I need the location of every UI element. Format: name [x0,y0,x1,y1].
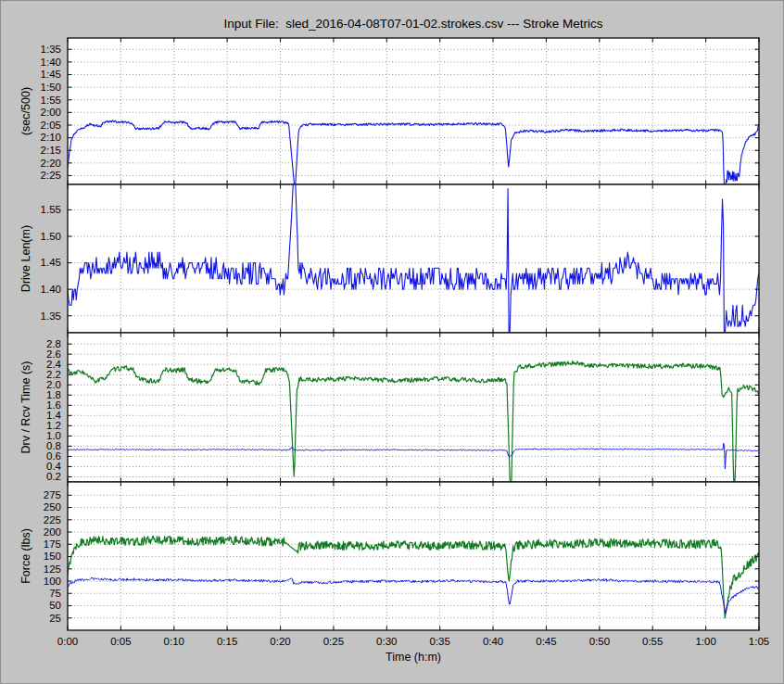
y-axis-label-drive-length: Drive Len(m) [19,225,32,292]
y-tick-label: 1.4 [46,410,62,421]
y-tick-label: 275 [44,489,61,500]
y-tick-label: 1:55 [41,95,61,106]
y-tick-label: 2.8 [46,338,61,349]
y-tick-label: 2.6 [46,348,61,360]
panel-pace: 1:351:401:451:501:552:002:052:102:152:20… [19,38,759,188]
y-tick-label: 1.0 [46,430,61,441]
y-tick-label: 75 [49,588,61,599]
y-tick-label: 100 [44,576,61,587]
y-tick-label: 1:40 [41,57,61,68]
y-tick-label: 2.2 [46,369,61,380]
y-tick-label: 1:45 [41,69,61,80]
y-tick-label: 50 [49,600,61,611]
y-tick-label: 2:05 [41,120,61,131]
y-tick-label: 0.6 [46,450,61,462]
x-tick-label: 0:30 [376,636,397,647]
x-tick-label: 0:10 [164,636,184,647]
y-tick-label: 1.8 [46,389,61,400]
figure-window: Input File: sled_2016-04-08T07-01-02.str… [0,0,784,684]
x-tick-label: 0:15 [217,636,237,647]
y-tick-label: 175 [44,538,61,550]
y-tick-label: 1.45 [41,257,61,268]
y-tick-label: 1.40 [41,284,61,295]
y-tick-label: 1.35 [41,310,61,322]
y-tick-label: 225 [44,514,61,526]
y-tick-label: 2:25 [41,170,61,181]
x-tick-label: 0:20 [270,636,290,647]
y-tick-label: 0.2 [46,471,61,482]
x-tick-label: 0:40 [483,636,503,647]
y-tick-label: 2:20 [41,158,61,169]
x-tick-label: 0:00 [57,636,78,647]
y-tick-label: 25 [49,613,61,624]
x-tick-label: 0:35 [429,636,449,647]
x-tick-label: 0:25 [323,636,344,647]
x-tick-label: 1:05 [749,636,769,647]
y-axis-label-pace: (sec/500) [19,87,32,135]
stroke-metrics-plot: 1:351:401:451:501:552:002:052:102:152:20… [1,1,784,684]
y-axis-label-drv-rcv-time: Drv / Rcv Time (s) [19,361,32,454]
y-tick-label: 1.55 [41,204,61,215]
y-tick-labels-pace: 1:351:401:451:501:552:002:052:102:152:20… [41,44,61,181]
x-tick-label: 0:45 [536,636,556,647]
y-tick-labels-drv-rcv-time: 0.20.40.60.81.01.21.41.61.82.02.22.42.62… [46,338,62,482]
y-tick-label: 2:00 [41,107,61,118]
y-tick-label: 0.4 [46,461,62,472]
x-tick-labels: 0:000:050:100:150:200:250:300:350:400:45… [57,636,769,647]
panel-force: 255075100125150175200225250275Force (lbs… [19,482,759,630]
y-tick-labels-drive-length: 1.351.401.451.501.55 [41,204,61,321]
y-tick-label: 1:35 [41,44,61,55]
y-tick-label: 1:50 [41,82,61,93]
y-tick-label: 1.2 [46,420,61,431]
y-tick-label: 2:15 [41,145,61,156]
y-tick-label: 250 [44,501,61,513]
panel-drv-rcv-time: 0.20.40.60.81.01.21.41.61.82.02.22.42.62… [19,333,759,486]
y-tick-label: 150 [44,551,61,562]
y-tick-label: 2.0 [46,379,61,390]
x-tick-label: 0:05 [110,636,131,647]
y-tick-label: 2:10 [41,132,61,143]
y-tick-label: 2.4 [46,359,62,370]
y-axis-label-force: Force (lbs) [19,528,32,584]
x-axis-label: Time (h:m) [386,651,441,664]
x-tick-label: 1:00 [695,636,715,647]
y-tick-labels-force: 255075100125150175200225250275 [44,489,61,623]
y-tick-label: 1.50 [41,231,61,242]
x-tick-label: 0:50 [589,636,610,647]
y-tick-label: 1.6 [46,399,61,411]
x-tick-label: 0:55 [642,636,663,647]
y-tick-label: 125 [44,564,61,575]
y-tick-label: 200 [44,526,61,538]
y-tick-label: 0.8 [46,440,61,451]
